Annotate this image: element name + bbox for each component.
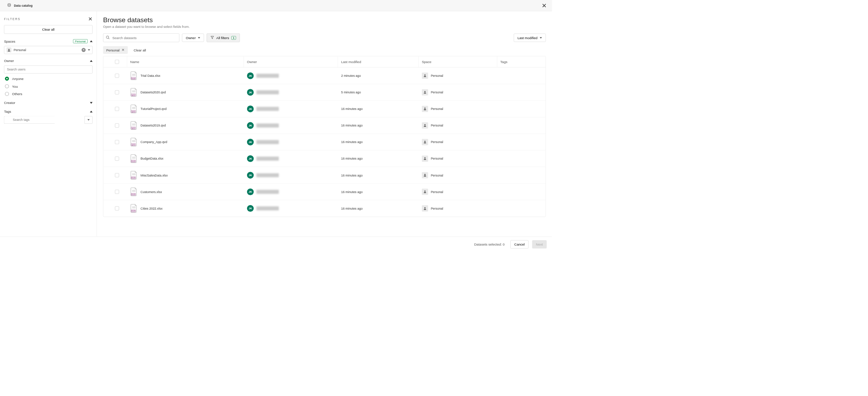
owner-radio-anyone[interactable]: Anyone bbox=[5, 77, 93, 81]
spaces-section-toggle[interactable]: Spaces Personal bbox=[4, 39, 92, 43]
owner-name-redacted bbox=[257, 173, 279, 177]
table-row[interactable]: XLSX Customers.xlsx JK 16 minutes ago Pe… bbox=[103, 184, 546, 200]
page-title: Browse datasets bbox=[103, 16, 546, 24]
owner-search-input[interactable] bbox=[4, 66, 92, 74]
tags-section-toggle[interactable]: Tags bbox=[4, 110, 92, 113]
modified-time: 16 minutes ago bbox=[338, 107, 419, 111]
radio-icon bbox=[5, 77, 9, 81]
col-owner[interactable]: Owner bbox=[244, 56, 338, 67]
row-checkbox[interactable] bbox=[115, 156, 119, 160]
radio-label: You bbox=[12, 84, 18, 88]
dataset-name: Datasets2020.qvd bbox=[141, 91, 166, 94]
owner-radio-you[interactable]: You bbox=[5, 84, 93, 88]
file-qvd-icon: QVD bbox=[130, 88, 137, 97]
row-checkbox[interactable] bbox=[115, 123, 119, 127]
table-row[interactable]: XLSX BudgetData.xlsx JK 16 minutes ago P… bbox=[103, 150, 546, 167]
tags-search-input[interactable] bbox=[4, 116, 55, 124]
chevron-down-icon bbox=[87, 119, 90, 120]
table-row[interactable]: XLSX MiscSalesData.xlsx JK 16 minutes ag… bbox=[103, 167, 546, 184]
dataset-name: TutorialProject.qvd bbox=[141, 107, 167, 111]
svg-text:XLSX: XLSX bbox=[131, 210, 135, 212]
space-name: Personal bbox=[431, 107, 443, 111]
file-xlsx-icon: XLSX bbox=[130, 204, 137, 213]
owner-avatar: JK bbox=[247, 172, 254, 178]
row-checkbox[interactable] bbox=[115, 140, 119, 144]
svg-text:XLSX: XLSX bbox=[131, 160, 135, 162]
owner-avatar: JK bbox=[247, 138, 254, 145]
spaces-badge: Personal bbox=[73, 39, 88, 43]
owner-avatar: JK bbox=[247, 105, 254, 112]
col-space[interactable]: Space bbox=[419, 56, 497, 67]
row-checkbox[interactable] bbox=[115, 90, 119, 94]
radio-label: Others bbox=[12, 92, 22, 96]
close-dialog-button[interactable]: ✕ bbox=[541, 2, 548, 10]
file-xlsx-icon: XLSX bbox=[130, 171, 137, 179]
row-checkbox[interactable] bbox=[115, 107, 119, 111]
space-name: Personal bbox=[431, 206, 443, 210]
chevron-down-icon bbox=[88, 49, 90, 51]
spaces-title: Spaces bbox=[4, 39, 15, 43]
search-icon bbox=[106, 35, 110, 40]
all-filters-button[interactable]: All filters 1 bbox=[207, 33, 240, 42]
person-icon bbox=[422, 73, 428, 79]
pill-remove-icon[interactable]: ✕ bbox=[122, 48, 124, 52]
modified-time: 16 minutes ago bbox=[338, 206, 419, 210]
chevron-up-icon bbox=[90, 60, 93, 62]
modified-time: 16 minutes ago bbox=[338, 157, 419, 160]
file-xlsx-icon: XLSX bbox=[130, 187, 137, 196]
file-qvd-icon: QVD bbox=[130, 121, 137, 130]
person-icon bbox=[422, 188, 428, 195]
owner-dropdown-button[interactable]: Owner bbox=[182, 33, 204, 42]
col-tags[interactable]: Tags bbox=[497, 56, 542, 67]
table-row[interactable]: XLSX Cities 2022.xlsx JK 16 minutes ago … bbox=[103, 200, 546, 217]
person-icon bbox=[6, 48, 11, 52]
row-checkbox[interactable] bbox=[115, 190, 119, 193]
owner-name-redacted bbox=[257, 156, 279, 160]
owner-section-toggle[interactable]: Owner bbox=[4, 59, 92, 63]
funnel-icon bbox=[210, 36, 214, 40]
filter-section-spaces: Spaces Personal Personal ✕ bbox=[4, 39, 92, 54]
tags-dropdown-button[interactable] bbox=[85, 116, 93, 124]
owner-radio-others[interactable]: Others bbox=[5, 92, 93, 96]
table-row[interactable]: QVD Datasets2019.qvd JK 16 minutes ago P… bbox=[103, 117, 546, 134]
person-icon bbox=[422, 172, 428, 178]
pill-label: Personal bbox=[106, 48, 119, 52]
table-row[interactable]: QVD Datasets2020.qvd JK 5 minutes ago Pe… bbox=[103, 84, 546, 100]
modified-time: 16 minutes ago bbox=[338, 140, 419, 144]
clear-all-pills-button[interactable]: Clear all bbox=[131, 46, 148, 54]
dataset-name: BudgetData.xlsx bbox=[141, 157, 164, 160]
close-filters-button[interactable]: ✕ bbox=[88, 16, 93, 21]
person-icon bbox=[422, 139, 428, 145]
col-name[interactable]: Name bbox=[127, 56, 244, 67]
table-row[interactable]: QVD TutorialProject.qvd JK 16 minutes ag… bbox=[103, 101, 546, 117]
catalog-icon bbox=[7, 3, 11, 8]
table-row[interactable]: QVD Company_App.qvd JK 16 minutes ago Pe… bbox=[103, 134, 546, 150]
owner-name-redacted bbox=[257, 190, 279, 193]
chevron-up-icon bbox=[90, 111, 93, 112]
creator-section-toggle[interactable]: Creator bbox=[4, 101, 92, 105]
filter-pill-personal[interactable]: Personal ✕ bbox=[103, 46, 128, 54]
page-subtitle: Open a dataset you want to browse and se… bbox=[103, 25, 546, 29]
dataset-name: Datasets2019.qvd bbox=[141, 124, 166, 127]
row-checkbox[interactable] bbox=[115, 206, 119, 210]
spaces-select[interactable]: Personal ✕ bbox=[4, 46, 92, 54]
topbar: Data catalog ✕ bbox=[0, 0, 552, 11]
clear-all-filters-button[interactable]: Clear all bbox=[4, 25, 92, 34]
row-checkbox[interactable] bbox=[115, 74, 119, 78]
radio-icon bbox=[5, 84, 9, 88]
table-row[interactable]: XLSX Trial Data.xlsx JK 2 minutes ago Pe… bbox=[103, 67, 546, 84]
owner-title: Owner bbox=[4, 59, 14, 63]
dataset-name: Trial Data.xlsx bbox=[141, 74, 160, 78]
next-button[interactable]: Next bbox=[532, 240, 547, 249]
svg-text:XLSX: XLSX bbox=[131, 77, 135, 79]
svg-text:XLSX: XLSX bbox=[131, 193, 135, 195]
owner-name-redacted bbox=[257, 123, 279, 127]
sort-dropdown-button[interactable]: Last modified bbox=[514, 33, 546, 42]
clear-space-button[interactable]: ✕ bbox=[82, 48, 86, 52]
row-checkbox[interactable] bbox=[115, 173, 119, 177]
search-datasets-input[interactable] bbox=[103, 33, 179, 42]
col-modified[interactable]: Last modified bbox=[338, 56, 419, 67]
select-all-checkbox[interactable] bbox=[115, 60, 119, 63]
cancel-button[interactable]: Cancel bbox=[510, 240, 528, 249]
spaces-selected-value: Personal bbox=[14, 48, 26, 52]
